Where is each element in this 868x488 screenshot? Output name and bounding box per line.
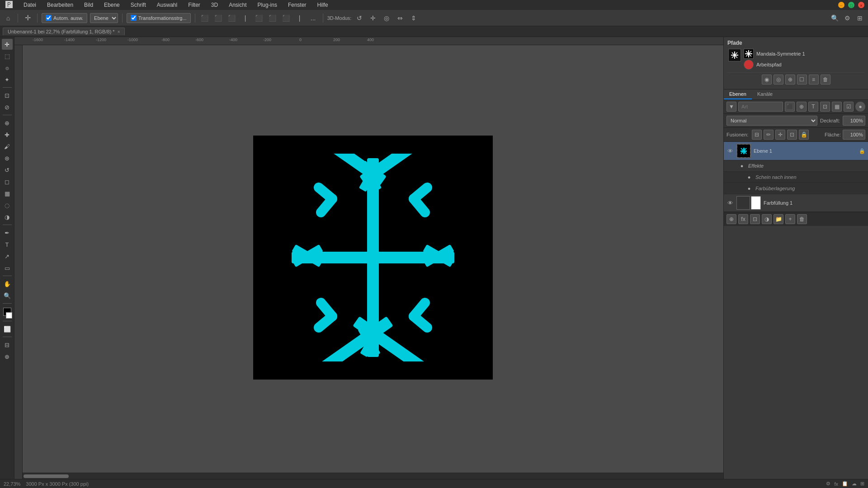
layers-btn-5[interactable]: ▦ (832, 102, 842, 112)
tool-crop[interactable]: ⊡ (2, 90, 13, 101)
menu-bild[interactable]: Bild (82, 1, 95, 9)
layer-fx-btn[interactable]: fx (738, 214, 748, 224)
tool-brush[interactable]: 🖌 (2, 141, 13, 152)
tool-path[interactable]: ↗ (2, 251, 13, 262)
tool-marquee[interactable]: ⬚ (2, 51, 13, 61)
document-tab[interactable]: Unbenannt-1 bei 22,7% (Farbfüllung 1, RG… (3, 28, 125, 35)
menu-schrift[interactable]: Schrift (129, 1, 148, 9)
layer-new-btn[interactable]: + (785, 214, 795, 224)
3d-scale-icon[interactable]: ⇕ (408, 13, 419, 23)
background-color[interactable] (6, 312, 12, 319)
layer-effekte[interactable]: ● Effekte (724, 160, 868, 172)
path-mask-btn[interactable]: ⊕ (785, 75, 795, 84)
menu-hilfe[interactable]: Hilfe (316, 1, 330, 9)
tab-kanaele[interactable]: Kanäle (752, 89, 778, 99)
layers-filter-toggle[interactable]: ● (855, 102, 865, 112)
path-stroke-btn[interactable]: ◎ (774, 75, 783, 84)
align-left-icon[interactable]: ⬛ (199, 13, 210, 23)
transform-btn[interactable]: Transformationsstrg... (127, 13, 191, 23)
menu-plugins[interactable]: Plug-ins (256, 1, 279, 9)
opacity-input[interactable] (843, 116, 865, 126)
align-bottom-icon[interactable]: ⬛ (281, 13, 292, 23)
status-icon-1[interactable]: ⚙ (826, 481, 830, 487)
fill-input[interactable] (843, 130, 865, 140)
tool-gradient[interactable]: ▦ (2, 188, 13, 199)
menu-fenster[interactable]: Fenster (286, 1, 308, 9)
tool-extra[interactable]: ⊕ (2, 351, 13, 362)
tool-pen[interactable]: ✒ (2, 227, 13, 238)
blend-mode-select[interactable]: Normal (726, 116, 817, 126)
tool-quickmask[interactable]: ⬜ (2, 324, 13, 334)
tool-shape[interactable]: ▭ (2, 263, 13, 273)
tool-move[interactable]: ✛ (2, 39, 13, 50)
layers-btn-6[interactable]: ☑ (844, 102, 854, 112)
scrollbar-thumb-h[interactable] (24, 474, 69, 478)
tool-screen-mode[interactable]: ⊟ (2, 339, 13, 350)
layer-vis-farbueberl[interactable]: ● (745, 185, 753, 192)
3d-pan-icon[interactable]: ✛ (368, 13, 378, 23)
canvas-content[interactable] (23, 45, 723, 470)
home-icon[interactable]: ⌂ (3, 13, 14, 23)
tool-dodge[interactable]: ◑ (2, 211, 13, 222)
tool-type[interactable]: T (2, 239, 13, 250)
workspace-icon[interactable]: ⚙ (842, 13, 853, 23)
menu-bearbeiten[interactable]: Bearbeiten (45, 1, 75, 9)
layer-vis-schein[interactable]: ● (745, 174, 753, 181)
tool-zoom[interactable]: 🔍 (2, 290, 13, 301)
layers-btn-4[interactable]: ⊡ (820, 102, 830, 112)
tool-lasso[interactable]: ⌾ (2, 62, 13, 73)
lock-position-btn[interactable]: ✛ (775, 130, 785, 140)
canvas-scrollbar-h[interactable] (23, 473, 723, 479)
tool-blur[interactable]: ◌ (2, 200, 13, 211)
align-center-v-icon[interactable]: ⬛ (267, 13, 278, 23)
layer-select[interactable]: Ebene (90, 13, 118, 23)
move-tool-icon[interactable]: ✛ (22, 13, 33, 23)
lock-all-btn[interactable]: 🔒 (799, 130, 809, 140)
window-minimize[interactable]: − (838, 2, 844, 8)
lock-artboard-btn[interactable]: ⊡ (787, 130, 797, 140)
menu-filter[interactable]: Filter (186, 1, 202, 9)
tool-stamp[interactable]: ⊛ (2, 153, 13, 164)
layer-farbfuellung1[interactable]: 👁 Farbfüllung 1 (724, 194, 868, 212)
tool-history[interactable]: ↺ (2, 164, 13, 175)
layer-farbueberlagerung[interactable]: ● Farbüberlagerung (724, 183, 868, 194)
path-work-btn[interactable]: ≡ (809, 75, 819, 84)
tool-magic[interactable]: ✦ (2, 74, 13, 85)
autoselect-checkbox[interactable]: Autom. ausw. (42, 13, 87, 23)
menu-auswahl[interactable]: Auswahl (155, 1, 179, 9)
layer-link-btn[interactable]: ⊕ (726, 214, 736, 224)
tool-eyedropper[interactable]: ⊕ (2, 117, 13, 128)
layer-delete-btn[interactable]: 🗑 (797, 214, 807, 224)
status-icon-4[interactable]: ☁ (852, 481, 857, 487)
layer-ebene1[interactable]: 👁 Ebene 1 🔒 (724, 142, 868, 160)
layers-btn-1[interactable]: ⬛ (785, 102, 795, 112)
menu-datei[interactable]: Datei (22, 1, 38, 9)
status-icon-2[interactable]: fx (834, 481, 838, 487)
window-close[interactable]: × (858, 2, 864, 8)
lock-pixels-btn[interactable]: ⊟ (752, 130, 762, 140)
tool-slice[interactable]: ⊘ (2, 102, 13, 113)
tab-close-btn[interactable]: × (118, 29, 120, 34)
app-icon[interactable]: 🅿 (4, 0, 14, 10)
window-maximize[interactable]: □ (848, 2, 854, 8)
tab-ebenen[interactable]: Ebenen (724, 89, 752, 99)
layer-mask-btn[interactable]: ⊡ (750, 214, 760, 224)
3d-slide-icon[interactable]: ⇔ (395, 13, 406, 23)
search-icon[interactable]: 🔍 (829, 13, 840, 23)
align-right-icon[interactable]: ⬛ (226, 13, 237, 23)
layer-schein[interactable]: ● Schein nach innen (724, 172, 868, 183)
align-center-h-icon[interactable]: ⬛ (213, 13, 224, 23)
layers-filter-type[interactable]: ▼ (726, 102, 736, 112)
path-shape-btn[interactable]: ☐ (797, 75, 807, 84)
canvas-document[interactable] (253, 136, 493, 380)
tool-eraser[interactable]: ◻ (2, 176, 13, 187)
3d-orbit-icon[interactable]: ↺ (354, 13, 365, 23)
arrange-icon[interactable]: ⊞ (854, 13, 865, 23)
layer-vis-ebene1[interactable]: 👁 (726, 147, 734, 155)
layers-search-input[interactable] (738, 102, 783, 112)
layers-btn-2[interactable]: ⊕ (797, 102, 807, 112)
menu-ansicht[interactable]: Ansicht (227, 1, 248, 9)
lock-image-btn[interactable]: ✏ (764, 130, 774, 140)
layer-vis-effekte[interactable]: ● (738, 162, 745, 169)
layer-adj-btn[interactable]: ◑ (762, 214, 772, 224)
